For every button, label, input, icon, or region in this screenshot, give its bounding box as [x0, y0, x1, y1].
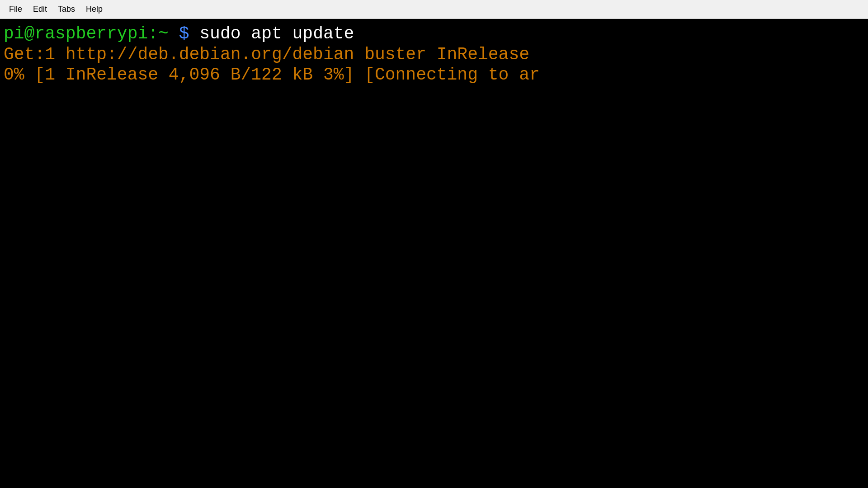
terminal-prompt-line: pi@raspberrypi:~ $ sudo apt update [4, 23, 864, 44]
terminal-body: pi@raspberrypi:~ $ sudo apt update Get:1… [0, 19, 868, 488]
prompt-user: pi@raspberrypi [4, 24, 148, 43]
menu-file[interactable]: File [4, 3, 28, 16]
menu-help[interactable]: Help [80, 3, 108, 16]
prompt-dollar: $ [179, 24, 189, 43]
terminal-output-line1: Get:1 http://deb.debian.org/debian buste… [4, 44, 864, 65]
terminal-output-line2: 0% [1 InRelease 4,096 B/122 kB 3%] [Conn… [4, 65, 864, 85]
menubar: File Edit Tabs Help [0, 0, 868, 19]
prompt-separator: :~ [148, 24, 169, 43]
menu-tabs[interactable]: Tabs [52, 3, 80, 16]
terminal-command-text: sudo apt update [199, 24, 354, 43]
menu-edit[interactable]: Edit [28, 3, 52, 16]
